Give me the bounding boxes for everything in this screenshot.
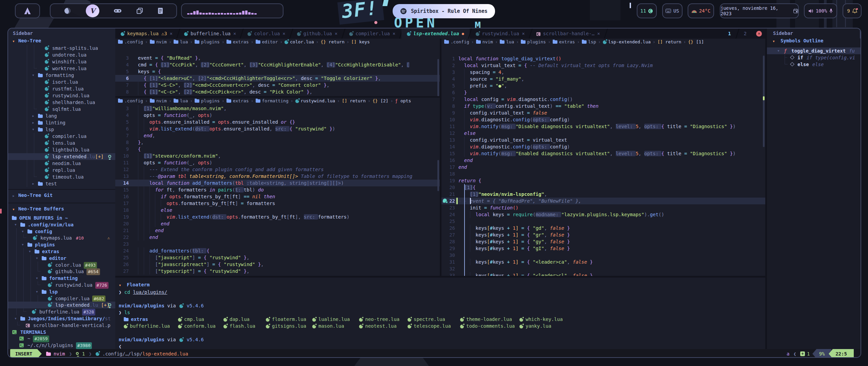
code-line[interactable]: vim.list_extend(dst: opts.formatters_by_… — [132, 214, 440, 220]
notes-icon[interactable] — [158, 7, 163, 14]
chevron-down-icon[interactable]: ▾ — [36, 255, 38, 262]
code-line[interactable]: local config = vim.diagnostic.config() — [458, 96, 765, 103]
tree-item-editor[interactable]: ▾editor — [8, 255, 115, 262]
code-line[interactable]: keys[#keys + 1] = { "gy", false } — [458, 238, 765, 245]
tabline-close-button[interactable]: × — [756, 31, 762, 37]
tree-item-lsp[interactable]: ▾lsp — [8, 288, 115, 295]
code-line[interactable] — [458, 218, 765, 225]
code-line[interactable]: spacing = 4, — [458, 69, 765, 76]
terminal-line[interactable]: nvim/lua/plugins via v5.4.6 — [119, 336, 204, 343]
terminal-line[interactable]: ❯ ls — [119, 309, 130, 316]
tree-item-repl-lua[interactable]: repl.lua — [8, 167, 115, 174]
code-line[interactable]: } — [458, 89, 765, 96]
code-line[interactable]: cmd = { [1]"CccPick", [2]"CccConvert", [… — [132, 61, 440, 68]
tree-item-formatting[interactable]: ▾formatting — [8, 275, 115, 282]
tab-github-lua[interactable]: github.lua× — [292, 28, 343, 39]
tree-item-extras[interactable]: ▾extras — [8, 248, 115, 255]
tree-item-terminals[interactable]: >_TERMINALS — [8, 329, 115, 336]
terminal-line[interactable]: ❮ — [119, 343, 121, 349]
tree-item-test[interactable]: ▸test — [8, 180, 115, 187]
code-line[interactable]: ["javascript"] = { "rustywind" }, — [132, 254, 440, 261]
code-line[interactable]: end — [458, 157, 765, 164]
section-neo-tree[interactable]: Neo-Tree — [18, 38, 41, 43]
tab-close-icon[interactable]: × — [335, 31, 337, 36]
tree-item-neodim-lua[interactable]: neodim.lua — [8, 160, 115, 167]
code-line[interactable]: opts = function(_, opts) — [132, 159, 440, 166]
code-line[interactable]: ["typescript"] = { "rustywind" }, — [132, 268, 440, 274]
tree-item-juegos-indies-steamlibrary-[interactable]: ▾Juegos/Indies/SteamLibrary/st — [8, 315, 115, 322]
code-line[interactable]: init = function() — [458, 204, 765, 211]
code-line[interactable]: ---@param tbl table<string, conform.Form… — [132, 173, 440, 180]
notifications-widget[interactable]: 9 — [843, 3, 862, 18]
code-line[interactable]: if type(v: config.virtual_text) == "tabl… — [458, 103, 765, 109]
tab-close-icon[interactable]: × — [233, 31, 236, 36]
tree-item-bufferline-lua[interactable]: bufferline.lua#328 — [8, 308, 115, 315]
chevron-down-icon[interactable]: ▾ — [32, 72, 35, 79]
code-line[interactable]: end — [458, 164, 765, 170]
code-line[interactable]: return { — [458, 177, 765, 184]
chevron-down-icon[interactable]: ▾ — [28, 248, 31, 255]
tab-scrollbar-handle-[interactable]: scrollbar-handle-…× — [531, 28, 606, 39]
tree-item-linting[interactable]: ▸linting — [8, 119, 115, 126]
chevron-down-icon[interactable]: ▾ — [119, 282, 121, 289]
code-line[interactable]: prefix = "●", — [458, 82, 765, 89]
tab-close-icon[interactable]: × — [170, 31, 173, 36]
chevron-down-icon[interactable]: ▾ — [21, 241, 24, 248]
code-line[interactable]: vim.list_extend(dst: opts.ensure_install… — [132, 125, 440, 132]
tree-item-isort-lua[interactable]: isort.lua — [8, 79, 115, 85]
tree-item-rustywind-lua[interactable]: rustywind.lua — [8, 92, 115, 99]
scrollbar[interactable] — [763, 56, 765, 147]
code-line[interactable]: --- Extend the conform plugin config and… — [132, 166, 440, 173]
chevron-right-icon[interactable]: ▸ — [32, 119, 35, 126]
tree-item-lsp[interactable]: ▾lsp — [8, 126, 115, 133]
tree-item-github-lua[interactable]: github.lua#654 — [8, 268, 115, 275]
code-line[interactable]: opts.ensure_installed = opts.ensure_inst… — [132, 119, 440, 125]
code-line[interactable]: keys = { — [132, 68, 440, 75]
code-line[interactable] — [458, 252, 765, 259]
tree-item-compiler-lua[interactable]: compiler.lua#682 — [8, 295, 115, 302]
tab-color-lua[interactable]: color.lua× — [242, 28, 291, 39]
browser-icon[interactable] — [64, 7, 71, 15]
tab-close-icon[interactable]: × — [282, 31, 285, 36]
code-line[interactable]: config.virtual_text = false — [458, 109, 765, 116]
code-line[interactable]: { — [132, 146, 440, 152]
scrollbar[interactable] — [437, 160, 439, 191]
tree-item-winshift-lua[interactable]: winshift.lua — [8, 58, 115, 65]
chevron-down-icon[interactable]: ▾ — [12, 206, 15, 213]
tree-item-plugins[interactable]: ▾plugins — [8, 241, 115, 248]
chevron-right-icon[interactable]: ▸ — [32, 180, 35, 187]
code-line[interactable]: opts.formatters_by_ft[ft] = formatters — [132, 200, 440, 207]
code-line[interactable]: [1]{ — [458, 184, 765, 191]
chevron-down-icon[interactable]: ▾ — [36, 288, 38, 295]
code-line[interactable]: [1]"williamboman/mason.nvim", — [132, 105, 440, 112]
chevron-down-icon[interactable]: ▾ — [772, 38, 775, 45]
tree-item-open-buffers-in-[interactable]: OPEN BUFFERS in ~ — [8, 215, 115, 221]
chevron-down-icon[interactable]: ▾ — [14, 315, 17, 322]
terminal-line[interactable]: nvim/lua/plugins via v5.4.6 — [119, 302, 204, 309]
code-line[interactable]: vim.diagnostic.config(opts: config) — [458, 143, 765, 150]
symbol-else[interactable]: elseelse — [767, 61, 861, 68]
terminal-line[interactable]: ❯ cd lua/plugins/ — [119, 289, 167, 296]
tree-item-sqlfmt-lua[interactable]: sqlfmt.lua — [8, 106, 115, 113]
code-line[interactable]: [1]"neovim/nvim-lspconfig", — [458, 191, 765, 198]
tree-item-lsp-extended[interactable]: lsp-extended.lu [+] — [8, 302, 115, 308]
symbols-outline-header[interactable]: Symbols Outline — [781, 38, 823, 43]
code-line[interactable]: if opts.formatters_by_ft[ft] == nil then — [132, 193, 440, 200]
scrollbar[interactable] — [860, 30, 861, 39]
chevron-right-icon[interactable]: ▸ — [12, 192, 15, 199]
date-widget[interactable]: jueves, noviembre 16, 2023 — [720, 3, 799, 18]
tree-item-keymaps-lua[interactable]: keymaps.lua#10⚠ — [8, 235, 115, 241]
vivaldi-active-icon[interactable]: V — [86, 4, 99, 17]
tab-keymaps-lua[interactable]: keymaps.lua⚠3× — [115, 28, 178, 39]
code-line[interactable]: opts = function(_, opts) — [132, 112, 440, 119]
section-neo-tree-git[interactable]: Neo-Tree Git — [18, 192, 53, 198]
tab-close-icon[interactable]: × — [393, 31, 395, 36]
code-line[interactable]: { [1]"<S-C>", [2]"<cmd>CccConvert<cr>", … — [132, 82, 440, 88]
tree-item-config[interactable]: ▾config — [8, 228, 115, 235]
code-line[interactable]: vim.diagnostic.config(opts: config) — [458, 116, 765, 123]
chevron-right-icon[interactable]: ▸ — [32, 113, 35, 119]
code-line[interactable]: source = "if_many", — [458, 76, 765, 82]
tree-item-lens-lua[interactable]: lens.lua — [8, 140, 115, 146]
code-line[interactable]: ["javascriptreact"] = { "rustywind" }, — [132, 261, 440, 268]
gamepad-icon[interactable] — [114, 8, 122, 14]
